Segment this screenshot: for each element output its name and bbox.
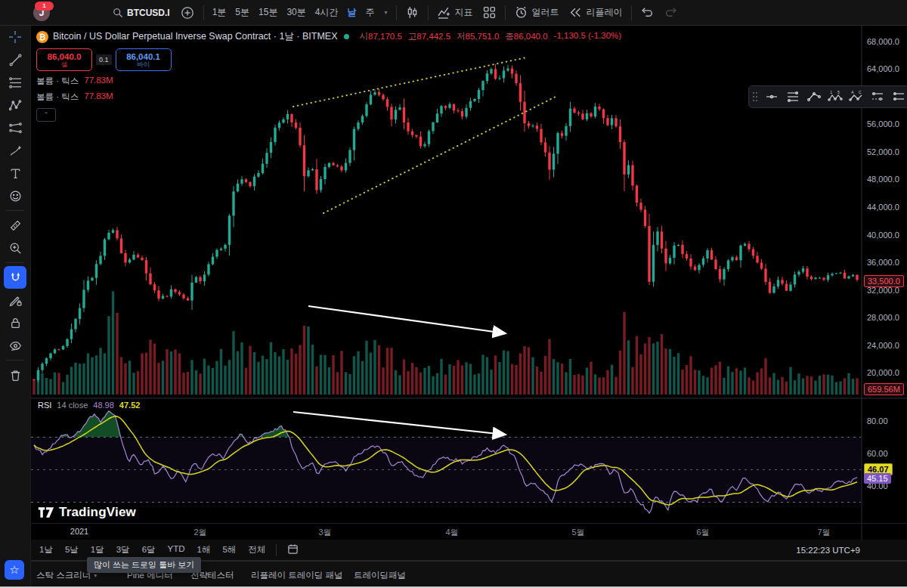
range-button-4[interactable]: 6달 [136, 543, 162, 557]
trend-line-tool[interactable] [0, 48, 30, 71]
forecast-tool[interactable] [0, 116, 30, 139]
interval-button-0[interactable]: 1분 [208, 3, 231, 23]
interval-button-2[interactable]: 15분 [254, 3, 282, 23]
rsi-legend[interactable]: RSI 14 close 48.98 47.52 [38, 401, 140, 410]
candles-icon [406, 6, 419, 19]
range-button-3[interactable]: 3달 [110, 543, 136, 557]
range-button-5[interactable]: YTD [162, 543, 191, 557]
replay-button[interactable]: 리플레이 [564, 3, 627, 23]
time-axis[interactable]: 20212월3월4월5월6월7월 [30, 523, 907, 540]
crosshair-tool[interactable] [0, 26, 30, 48]
go-to-date-button[interactable] [281, 542, 305, 558]
remove-all-tool[interactable] [0, 364, 30, 386]
status-tab-3[interactable]: 리플레이 트레이딩 패널 [251, 570, 342, 581]
trend-angle-tool[interactable] [761, 87, 782, 107]
buy-button[interactable]: 86,040.1 바이 [116, 48, 172, 71]
ohlc-values: 시87,170.5고87,442.5저85,751.0종86,040.0-1,1… [360, 31, 622, 42]
time-axis-label: 4월 [445, 527, 458, 538]
flat-channel-tool[interactable] [888, 87, 907, 107]
svg-text:A: A [851, 90, 854, 94]
indicators-icon [438, 6, 450, 19]
elliott-correction-ac-tool[interactable]: AC [846, 87, 867, 107]
range-buttons: 1날5날1달3달6달YTD1해5해전체 [33, 543, 271, 557]
favorites-star-button[interactable]: ☆ [5, 560, 24, 580]
polyline-tool[interactable] [803, 87, 825, 107]
price-tick: 52,000.0 [867, 147, 899, 156]
rsi-pane [31, 411, 861, 513]
emoji-tool[interactable] [0, 184, 30, 207]
chart-type-button[interactable] [401, 3, 424, 23]
svg-text:5: 5 [837, 90, 840, 94]
rsi-badge: 45.15 [864, 473, 891, 484]
ohlc-item: 시87,170.5 [360, 31, 402, 42]
star-icon: ☆ [9, 563, 19, 577]
undo-button[interactable] [636, 3, 659, 23]
price-tick: 40,000.0 [867, 231, 899, 240]
elliott-impulse-15-tool[interactable]: 15 [825, 87, 846, 107]
top-toolbar: J 1 BTCUSD.I 1분5분15분30분4시간날주 ▾ 지표 얼러트 [0, 0, 907, 26]
price-tick: 44,000.0 [867, 203, 899, 212]
text-tool[interactable] [0, 162, 30, 184]
collapse-legend-button[interactable]: ⌃ [36, 108, 56, 122]
parallel-lines-tool[interactable] [782, 87, 803, 107]
drawing-toolbar [0, 26, 31, 588]
indicators-button[interactable]: 지표 [432, 3, 478, 23]
interval-button-5[interactable]: 날 [342, 3, 361, 23]
svg-text:C: C [859, 90, 862, 94]
grid-layout-icon [483, 6, 496, 19]
ohlc-item: 종86,040.0 [505, 31, 547, 42]
interval-group: 1분5분15분30분4시간날주 [208, 3, 379, 23]
spread-value: 0.1 [96, 54, 112, 65]
price-tick: 56,000.0 [867, 119, 899, 128]
range-button-7[interactable]: 5해 [216, 543, 242, 557]
interval-more-button[interactable]: ▾ [379, 3, 392, 23]
clock-utc[interactable]: 15:22:23 UTC+9 [796, 546, 860, 555]
bitcoin-icon: ₿ [36, 31, 48, 43]
magnet-tool[interactable] [4, 266, 26, 289]
lock-all-tool[interactable] [0, 311, 30, 334]
range-button-2[interactable]: 1달 [85, 543, 110, 557]
drawing-lock-tool[interactable] [0, 289, 30, 311]
xabcd-pattern-tool[interactable] [0, 94, 30, 116]
interval-button-4[interactable]: 4시간 [311, 3, 343, 23]
symbol-plus-button[interactable] [175, 3, 200, 23]
ohlc-item: 고87,442.5 [408, 31, 450, 42]
hide-all-tool[interactable] [0, 334, 30, 357]
ohlc-item: 저85,751.0 [457, 31, 499, 42]
user-avatar[interactable]: J 1 [33, 5, 50, 21]
undo-icon [641, 6, 654, 19]
zoom-in-tool[interactable] [0, 237, 30, 259]
market-open-dot [344, 34, 349, 39]
layout-grid-button[interactable] [478, 3, 501, 23]
range-button-8[interactable]: 전체 [242, 543, 271, 557]
price-tick: 36,000.0 [867, 258, 899, 267]
volume-legend-row[interactable]: 볼륨 · 틱스 77.83M [36, 76, 621, 87]
price-tick: 28,000.0 [867, 313, 899, 322]
interval-button-1[interactable]: 5분 [231, 3, 254, 23]
range-button-6[interactable]: 1해 [191, 543, 217, 557]
status-tab-4[interactable]: 트레이딩패널 [354, 570, 406, 581]
redo-button[interactable] [659, 3, 683, 23]
range-button-1[interactable]: 5날 [59, 543, 85, 557]
interval-button-3[interactable]: 30분 [282, 3, 310, 23]
sell-button[interactable]: 86,040.0 셀 [36, 48, 92, 71]
interval-button-6[interactable]: 주 [361, 3, 379, 23]
notification-badge: 1 [35, 2, 54, 11]
symbol-search-button[interactable]: BTCUSD.I [107, 3, 175, 23]
time-axis-label: 2021 [70, 527, 88, 536]
time-axis-label: 7월 [817, 527, 830, 538]
volume-legend-row[interactable]: 볼륨 · 틱스 77.83M [36, 91, 621, 103]
disjoint-channel-tool[interactable] [867, 87, 888, 107]
range-button-0[interactable]: 1날 [33, 543, 59, 557]
tradingview-mark-icon [38, 506, 54, 518]
price-tick: 24,000.0 [867, 341, 899, 350]
tooltip: 많이 쓰는 드로잉 툴바 보기 [87, 557, 201, 573]
fib-lines-tool[interactable] [0, 71, 30, 94]
symbol-title[interactable]: Bitcoin / US Dollar Perpetual Inverse Sw… [53, 30, 338, 43]
ruler-tool[interactable] [0, 214, 30, 237]
alert-button[interactable]: 얼러트 [509, 3, 564, 23]
alarm-clock-icon [515, 6, 528, 19]
brush-tool[interactable] [0, 139, 30, 162]
drag-handle[interactable] [749, 87, 761, 107]
tradingview-logo: TradingView [38, 505, 136, 520]
